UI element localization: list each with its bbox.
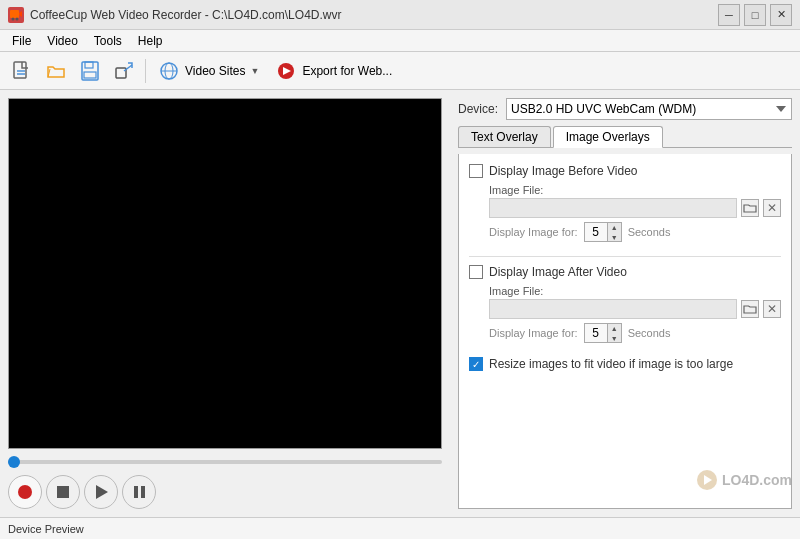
spinner-after-down[interactable]: ▼ <box>608 333 621 343</box>
open-button[interactable] <box>40 56 72 86</box>
svg-rect-9 <box>84 72 96 78</box>
export-arrow-button[interactable] <box>108 56 140 86</box>
toolbar: Video Sites ▼ Export for Web... <box>0 52 800 90</box>
tab-content-image-overlays: Display Image Before Video Image File: ✕ <box>458 154 792 509</box>
duration-after-row: Display Image for: 5 ▲ ▼ Seconds <box>489 323 781 343</box>
checkbox-before-video[interactable] <box>469 164 483 178</box>
record-dot-icon <box>18 485 32 499</box>
status-text: Device Preview <box>8 523 84 535</box>
tab-bar: Text Overlay Image Overlays <box>458 126 792 148</box>
video-sites-arrow: ▼ <box>251 66 260 76</box>
minimize-button[interactable]: ─ <box>718 4 740 26</box>
duration-after-value: 5 <box>585 326 607 340</box>
duration-before-label: Display Image for: <box>489 226 578 238</box>
spinner-before-buttons[interactable]: ▲ ▼ <box>607 222 621 242</box>
stop-icon <box>57 486 69 498</box>
video-scrubber[interactable] <box>8 455 442 469</box>
spinner-after-buttons[interactable]: ▲ ▼ <box>607 323 621 343</box>
menu-bar: File Video Tools Help <box>0 30 800 52</box>
duration-after-unit: Seconds <box>628 327 671 339</box>
device-label: Device: <box>458 102 498 116</box>
tab-text-overlay[interactable]: Text Overlay <box>458 126 551 147</box>
video-preview <box>8 98 442 449</box>
menu-tools[interactable]: Tools <box>86 32 130 50</box>
duration-before-unit: Seconds <box>628 226 671 238</box>
folder-icon <box>743 202 757 214</box>
svg-rect-4 <box>14 62 26 78</box>
title-bar-left: CoffeeCup Web Video Recorder - C:\LO4D.c… <box>8 7 341 23</box>
watermark: LO4D.com <box>695 468 792 492</box>
file-clear-before-button[interactable]: ✕ <box>763 199 781 217</box>
svg-marker-1 <box>19 11 22 17</box>
section-after-header: Display Image After Video <box>469 265 781 279</box>
section-before-video: Display Image Before Video Image File: ✕ <box>469 164 781 242</box>
left-panel <box>0 90 450 517</box>
file-browse-after-button[interactable] <box>741 300 759 318</box>
new-button[interactable] <box>6 56 38 86</box>
image-file-before-label: Image File: <box>489 184 781 196</box>
resize-option-label: Resize images to fit video if image is t… <box>489 357 733 371</box>
device-select[interactable]: USB2.0 HD UVC WebCam (WDM) <box>506 98 792 120</box>
section-after-label: Display Image After Video <box>489 265 627 279</box>
pause-icon <box>134 486 145 498</box>
watermark-text: LO4D.com <box>722 472 792 488</box>
pause-button[interactable] <box>122 475 156 509</box>
record-button[interactable] <box>8 475 42 509</box>
spinner-after-up[interactable]: ▲ <box>608 323 621 333</box>
svg-point-2 <box>12 17 15 20</box>
duration-before-spinner[interactable]: 5 ▲ ▼ <box>584 222 622 242</box>
status-bar: Device Preview <box>0 517 800 539</box>
section-before-label: Display Image Before Video <box>489 164 638 178</box>
window-title: CoffeeCup Web Video Recorder - C:\LO4D.c… <box>30 8 341 22</box>
duration-before-value: 5 <box>585 225 607 239</box>
scrubber-thumb[interactable] <box>8 456 20 468</box>
section-after-video: Display Image After Video Image File: ✕ <box>469 265 781 343</box>
svg-rect-0 <box>10 10 19 18</box>
image-file-before-row: Image File: ✕ <box>489 184 781 218</box>
section-divider <box>469 256 781 257</box>
export-arrow-icon <box>113 60 135 82</box>
file-input-before-row: ✕ <box>489 198 781 218</box>
export-web-icon <box>275 60 297 82</box>
title-bar: CoffeeCup Web Video Recorder - C:\LO4D.c… <box>0 0 800 30</box>
image-file-after-row: Image File: ✕ <box>489 285 781 319</box>
maximize-button[interactable]: □ <box>744 4 766 26</box>
section-before-header: Display Image Before Video <box>469 164 781 178</box>
playback-controls <box>8 475 442 509</box>
stop-button[interactable] <box>46 475 80 509</box>
video-sites-button[interactable]: Video Sites ▼ <box>151 56 266 86</box>
play-button[interactable] <box>84 475 118 509</box>
duration-before-row: Display Image for: 5 ▲ ▼ Seconds <box>489 222 781 242</box>
spinner-before-down[interactable]: ▼ <box>608 232 621 242</box>
file-input-before[interactable] <box>489 198 737 218</box>
menu-help[interactable]: Help <box>130 32 171 50</box>
save-button[interactable] <box>74 56 106 86</box>
save-icon <box>79 60 101 82</box>
scrubber-track[interactable] <box>8 460 442 464</box>
app-icon <box>8 7 24 23</box>
window-controls[interactable]: ─ □ ✕ <box>718 4 792 26</box>
file-clear-after-button[interactable]: ✕ <box>763 300 781 318</box>
checkbox-after-video[interactable] <box>469 265 483 279</box>
tab-image-overlays[interactable]: Image Overlays <box>553 126 663 148</box>
file-input-after-row: ✕ <box>489 299 781 319</box>
watermark-icon <box>695 468 719 492</box>
video-sites-label: Video Sites <box>185 64 246 78</box>
export-web-button[interactable]: Export for Web... <box>268 56 399 86</box>
play-icon <box>96 485 108 499</box>
close-button[interactable]: ✕ <box>770 4 792 26</box>
menu-file[interactable]: File <box>4 32 39 50</box>
duration-after-spinner[interactable]: 5 ▲ ▼ <box>584 323 622 343</box>
duration-after-label: Display Image for: <box>489 327 578 339</box>
svg-rect-10 <box>116 68 126 78</box>
svg-rect-8 <box>85 62 93 68</box>
file-browse-before-button[interactable] <box>741 199 759 217</box>
checkbox-resize[interactable] <box>469 357 483 371</box>
open-icon <box>45 60 67 82</box>
menu-video[interactable]: Video <box>39 32 85 50</box>
svg-point-3 <box>16 17 19 20</box>
file-input-after[interactable] <box>489 299 737 319</box>
main-content: Device: USB2.0 HD UVC WebCam (WDM) Text … <box>0 90 800 517</box>
toolbar-separator <box>145 59 146 83</box>
spinner-before-up[interactable]: ▲ <box>608 222 621 232</box>
